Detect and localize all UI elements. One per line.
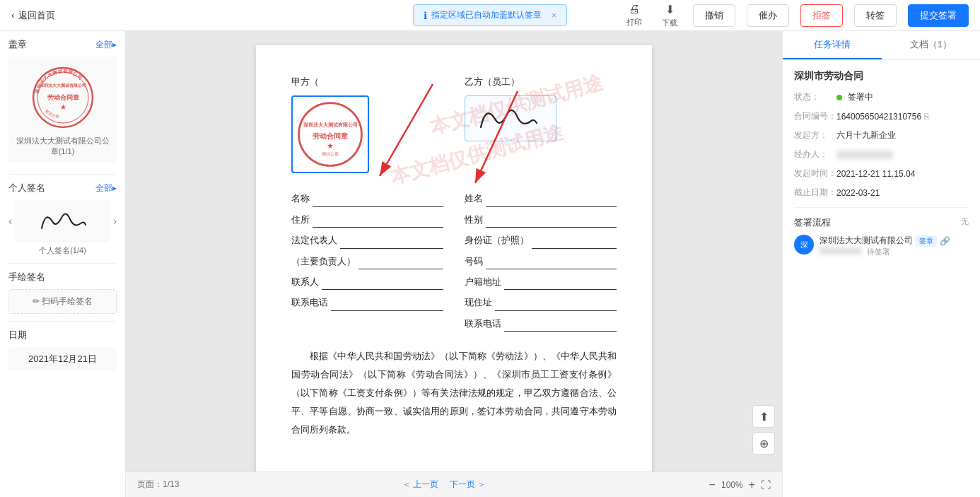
contract-no-label: 合同编号： (794, 110, 836, 122)
handler-row: 经办人： (794, 148, 969, 160)
remind-button[interactable]: 催办 (747, 4, 789, 27)
party-b-label: 乙方（员工） (465, 74, 617, 90)
svg-text:测试公章: 测试公章 (44, 108, 60, 119)
initiator-label: 发起方： (794, 129, 836, 141)
flow-status-text: 待签署 (867, 247, 890, 256)
deadline-label: 截止日期： (794, 187, 836, 199)
hand-sig-header: 手绘签名 (8, 271, 117, 283)
reject-button[interactable]: 拒签 (800, 4, 843, 27)
zoom-out-button[interactable]: − (709, 479, 716, 491)
copy-icon[interactable]: ⎘ (924, 112, 929, 122)
field-phone-label: 联系电话 (291, 294, 328, 310)
download-label: 下载 (662, 18, 677, 28)
svg-text:深圳法大大测试有限公司: 深圳法大大测试有限公司 (303, 122, 358, 128)
fullscreen-icon[interactable]: ⛶ (761, 479, 771, 491)
stamp-label: 深圳法大大测试有限公司公章(1/1) (14, 136, 111, 157)
next-page-button[interactable]: 下一页 ＞ (450, 479, 486, 491)
tab-task-details[interactable]: 任务详情 (783, 31, 882, 59)
flow-handler-blurred (819, 247, 862, 255)
party-a-stamp-placeholder[interactable]: 深圳法大大测试有限公司 劳动合同章 ★ 测试公章 (291, 95, 369, 173)
party-a-seal: 深圳法大大测试有限公司 劳动合同章 ★ 测试公章 (295, 99, 366, 170)
field-id-number-line (486, 253, 617, 269)
flow-item-1: 深 深圳法大大测试有限公司 签章 🔗 待签署 (794, 235, 969, 257)
status-indicator (836, 95, 842, 100)
stamp-card[interactable]: 深圳法大大测试有限公司 深圳法大大测试有限公司 劳动合同章 ★ 测试公章 (8, 57, 117, 163)
doc-paragraph: 根据《中华人民共和国劳动法》（以下简称《劳动法》）、《中华人民共和国劳动合同法》… (291, 347, 617, 439)
stamp-title: 盖章 (8, 38, 27, 51)
personal-sig-section: 个人签名 全部▸ ‹ › 个人签名(1/4) (0, 175, 125, 263)
zoom-in-button[interactable]: + (749, 479, 755, 491)
back-button[interactable]: ‹ 返回首页 (11, 9, 55, 22)
parties-row: 甲方（ 深圳法大大测试有限公司 劳动合同章 ★ 测试公章 (291, 74, 617, 179)
field-phone: 联系电话 (291, 294, 443, 310)
form-left: 名称 住所 法定代表人 （主要负责人） (291, 190, 443, 336)
scroll-up-button[interactable]: ⬆ (752, 405, 775, 428)
field-contact-label: 联系人 (291, 274, 319, 290)
company-seal-svg: 深圳法大大测试有限公司 深圳法大大测试有限公司 劳动合同章 ★ 测试公章 (31, 66, 95, 129)
revoke-button[interactable]: 撤销 (693, 4, 735, 27)
hand-sig-section: 手绘签名 ✏ 扫码手绘签名 (0, 264, 125, 321)
field-contact-phone: 联系电话 (465, 315, 617, 332)
tab-documents[interactable]: 文档（1） (882, 31, 981, 59)
handler-text-blurred (836, 151, 893, 159)
prev-page-button[interactable]: ＜ 上一页 (402, 479, 438, 491)
field-household-label: 户籍地址 (465, 274, 501, 290)
link-icon-1[interactable]: 🔗 (940, 236, 950, 246)
personal-sig-header: 个人签名 全部▸ (8, 182, 117, 194)
doc-body-text: 根据《中华人民共和国劳动法》（以下简称《劳动法》）、《中华人民共和国劳动合同法》… (291, 347, 617, 439)
print-button[interactable]: 🖨 打印 (622, 1, 646, 29)
date-value[interactable]: 2021年12月21日 (8, 347, 117, 371)
toolbar: ‹ 返回首页 ℹ 指定区域已自动加盖默认签章 × 🖨 打印 ⬇ 下载 撤销 催办… (0, 0, 980, 31)
notification-close[interactable]: × (552, 11, 556, 21)
personal-sig-label: 个人签名(1/4) (8, 245, 117, 256)
carousel-next-icon[interactable]: › (113, 215, 117, 228)
doc-scroll[interactable]: 本文档仅供测试用途 本文档仅供测试用途 (126, 31, 782, 472)
field-phone-line (331, 294, 443, 310)
date-header: 日期 (8, 329, 117, 341)
field-main-person-line (358, 253, 443, 269)
print-label: 打印 (626, 17, 642, 28)
field-address-label: 住所 (291, 211, 310, 228)
download-icon: ⬇ (665, 3, 675, 16)
personal-sig-all-button[interactable]: 全部▸ (95, 182, 117, 194)
contract-no-value: 164005650421310756 ⎘ (836, 110, 969, 122)
status-value: 签署中 (836, 91, 969, 103)
transfer-button[interactable]: 转签 (854, 4, 897, 27)
deadline-value: 2022-03-21 (836, 187, 969, 199)
toolbar-actions: 🖨 打印 ⬇ 下载 撤销 催办 拒签 转签 提交签署 (622, 1, 969, 30)
carousel-prev-icon[interactable]: ‹ (8, 215, 12, 228)
field-current-address-line (495, 294, 617, 310)
field-contact-line (322, 274, 443, 290)
field-main-person-label: （主要负责人） (291, 253, 356, 269)
scan-button[interactable]: ✏ 扫码手绘签名 (8, 289, 117, 314)
field-current-address: 现住址 (465, 294, 617, 310)
svg-text:★: ★ (59, 103, 66, 111)
deadline-row: 截止日期： 2022-03-21 (794, 187, 969, 199)
field-contact-phone-label: 联系电话 (465, 315, 501, 332)
field-household: 户籍地址 (465, 274, 617, 290)
page-info: 页面：1/13 (137, 479, 179, 491)
settings-button[interactable]: ⊕ (752, 432, 775, 455)
field-household-line (504, 274, 617, 290)
right-divider (794, 207, 969, 208)
download-button[interactable]: ⬇ 下载 (658, 1, 682, 30)
notification-text: 指定区域已自动加盖默认签章 (431, 9, 542, 21)
left-panel: 盖章 全部▸ 深圳法大大测试有限公司 深圳法大大测试有限公司 劳动合同章 (0, 31, 126, 497)
submit-button[interactable]: 提交签署 (908, 4, 969, 27)
personal-sig-svg (35, 204, 91, 239)
field-legal-rep: 法定代表人 (291, 232, 443, 248)
right-panel: 任务详情 文档（1） 深圳市劳动合同 状态： 签署中 合同编号： 1640056… (782, 31, 980, 497)
stamp-all-button[interactable]: 全部▸ (95, 39, 117, 51)
initiator-value: 六月十九新企业 (836, 129, 969, 141)
doc-page: 本文档仅供测试用途 本文档仅供测试用途 (256, 45, 652, 472)
info-icon: ℹ (424, 10, 427, 21)
party-a: 甲方（ 深圳法大大测试有限公司 劳动合同章 ★ 测试公章 (291, 74, 443, 179)
party-b-sig-placeholder[interactable] (465, 95, 556, 141)
contract-no-row: 合同编号： 164005650421310756 ⎘ (794, 110, 969, 122)
zoom-controls: − 100% + ⛶ (709, 479, 771, 491)
back-label: 返回首页 (18, 9, 55, 22)
sig-image[interactable] (15, 200, 110, 242)
zoom-level: 100% (721, 480, 743, 490)
svg-text:劳动合同章: 劳动合同章 (313, 132, 348, 140)
flow-avatar: 深 (794, 235, 814, 255)
